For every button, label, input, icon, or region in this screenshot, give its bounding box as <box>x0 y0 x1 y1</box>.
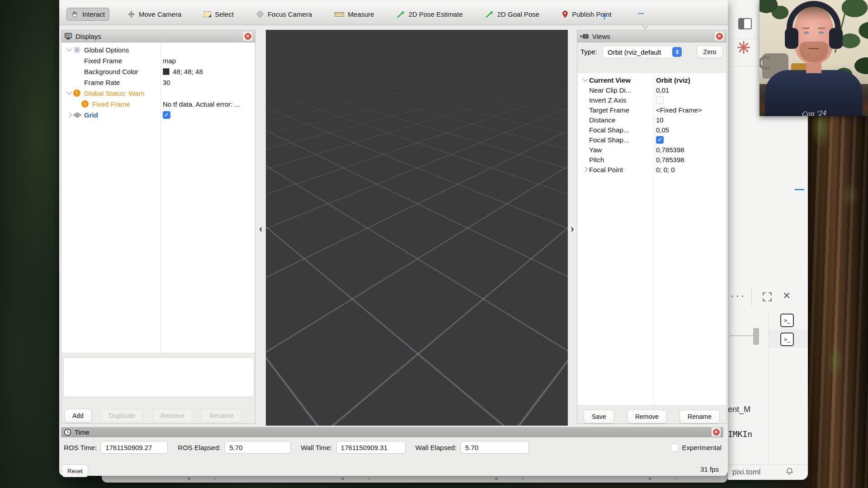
value-text: 0,01 <box>656 86 669 94</box>
time-close-button[interactable]: × <box>712 427 721 436</box>
tree-row-near-clip-di[interactable]: Near Clip Di...0,01 <box>577 85 726 95</box>
expand-right-icon[interactable] <box>581 168 589 171</box>
displays-close-button[interactable]: × <box>243 32 252 41</box>
property-label: Invert Z Axis <box>589 96 627 104</box>
property-value[interactable]: map <box>163 57 254 65</box>
tree-row-fixed-frame[interactable]: !Fixed FrameNo tf data. Actual error: ..… <box>61 99 255 109</box>
property-value[interactable]: 30 <box>163 79 254 86</box>
filename-label[interactable]: pixi.toml <box>732 468 760 477</box>
tool-2d-goal-pose[interactable]: 2D Goal Pose <box>481 8 544 21</box>
add-tool-button[interactable]: + <box>601 7 608 25</box>
slider-track <box>730 335 754 336</box>
tool-label: Move Camera <box>139 10 181 18</box>
displays-panel-header[interactable]: Displays × <box>61 30 255 42</box>
property-label: Fixed Frame <box>92 100 130 108</box>
tree-row-background-color[interactable]: Background Color48; 48; 48 <box>61 66 255 77</box>
scrollbar-thumb[interactable] <box>753 328 759 345</box>
tree-row-grid[interactable]: Grid✓ <box>61 109 255 120</box>
views-panel-header[interactable]: Views × <box>577 30 726 42</box>
expand-down-icon[interactable] <box>65 92 73 94</box>
tree-row-invert-z-axis[interactable]: Invert Z Axis <box>577 95 726 105</box>
expand-right-icon[interactable] <box>65 113 73 117</box>
property-value[interactable]: <Fixed Frame> <box>656 106 726 114</box>
expand-down-icon[interactable] <box>581 79 589 81</box>
tree-row-focal-point[interactable]: Focal Point0; 0; 0 <box>577 164 726 174</box>
property-value[interactable]: 0,785398 <box>656 146 726 154</box>
property-value[interactable]: 0,785398 <box>656 156 726 164</box>
terminal-icon[interactable]: >_ <box>780 314 794 327</box>
asterisk-icon[interactable] <box>737 41 750 56</box>
checkbox-unchecked[interactable] <box>656 96 664 104</box>
rename-button[interactable]: Rename <box>679 410 720 423</box>
fullscreen-icon[interactable] <box>762 292 772 304</box>
ground-grid <box>266 30 568 204</box>
property-value[interactable]: No tf data. Actual error: ... <box>163 100 254 108</box>
tree-row-current-view[interactable]: Current ViewOrbit (rviz) <box>577 75 726 85</box>
property-value[interactable] <box>656 96 726 104</box>
property-value[interactable]: ✓ <box>163 111 254 119</box>
move-icon <box>127 10 135 18</box>
overflow-menu-icon[interactable]: ··· <box>731 289 745 302</box>
bell-icon[interactable] <box>786 467 793 478</box>
close-icon[interactable]: × <box>783 288 790 303</box>
tree-row-fixed-frame[interactable]: Fixed Framemap <box>61 55 255 66</box>
clock-icon <box>64 428 71 436</box>
property-value[interactable]: 0,01 <box>656 86 726 94</box>
expand-down-icon[interactable] <box>65 49 73 51</box>
reset-button[interactable]: Reset <box>62 465 88 477</box>
time-field-input[interactable]: 1761150909.31 <box>336 441 406 454</box>
tree-row-global-status-warn[interactable]: !Global Status: Warn <box>61 88 255 99</box>
collapse-right-panel-chevron[interactable]: › <box>569 222 576 236</box>
tree-row-target-frame[interactable]: Target Frame<Fixed Frame> <box>577 105 726 115</box>
views-close-button[interactable]: × <box>715 32 724 41</box>
sidebar-toggle-icon[interactable] <box>738 18 752 29</box>
remove-tool-button[interactable]: − <box>637 5 645 23</box>
time-panel-header[interactable]: Time × <box>61 427 723 437</box>
property-value[interactable]: 48; 48; 48 <box>163 68 254 75</box>
checkbox-checked[interactable]: ✓ <box>656 136 664 144</box>
render-viewport[interactable] <box>266 30 568 426</box>
gear-icon <box>73 46 81 54</box>
toolbar-expander-chevron-icon[interactable] <box>643 22 647 30</box>
time-field-input[interactable]: 5.70 <box>225 441 291 454</box>
experimental-checkbox-unchecked[interactable] <box>670 444 678 451</box>
tool-measure[interactable]: Measure <box>330 8 378 21</box>
value-text: No tf data. Actual error: ... <box>163 100 240 108</box>
displays-tree: Global OptionsFixed FramemapBackground C… <box>61 42 255 353</box>
remove-button[interactable]: Remove <box>627 410 667 423</box>
tool-select[interactable]: Select <box>199 8 238 21</box>
tool-focus-camera[interactable]: Focus Camera <box>252 8 316 21</box>
tree-row-distance[interactable]: Distance10 <box>577 115 726 125</box>
zero-button[interactable]: Zero <box>697 46 723 58</box>
save-button[interactable]: Save <box>584 410 614 423</box>
time-field-input[interactable]: 1761150909.27 <box>101 441 168 454</box>
property-value[interactable]: 10 <box>656 116 726 124</box>
tree-row-yaw[interactable]: Yaw0,785398 <box>577 145 726 155</box>
collapse-left-panel-chevron[interactable]: ‹ <box>257 222 264 236</box>
property-label: Global Options <box>84 46 129 54</box>
tree-row-focal-shap[interactable]: Focal Shap...0,05 <box>577 125 726 135</box>
property-value[interactable]: Orbit (rviz) <box>656 76 726 84</box>
property-value[interactable]: ✓ <box>656 136 726 144</box>
tree-row-focal-shap[interactable]: Focal Shap...✓ <box>577 135 726 145</box>
checkbox-checked[interactable]: ✓ <box>163 111 170 119</box>
property-label: Yaw <box>589 146 602 154</box>
tool-2d-pose-estimate[interactable]: 2D Pose Estimate <box>392 8 467 21</box>
tool-move-camera[interactable]: Move Camera <box>123 8 186 21</box>
person-mouth <box>808 48 819 49</box>
value-text: Orbit (rviz) <box>656 76 690 84</box>
tree-row-pitch[interactable]: Pitch0,785398 <box>577 155 726 164</box>
add-button[interactable]: Add <box>64 409 92 422</box>
terminal-icon[interactable]: >_ <box>780 333 794 346</box>
tool-interact[interactable]: Interact <box>66 8 109 21</box>
view-type-dropdown[interactable]: Orbit (rviz_default <box>603 46 683 58</box>
property-value[interactable]: 0; 0; 0 <box>656 166 726 174</box>
tree-row-frame-rate[interactable]: Frame Rate30 <box>61 77 255 88</box>
warn-icon-slot: ! <box>81 100 92 108</box>
tree-row-global-options[interactable]: Global Options <box>61 44 255 55</box>
time-field-wall-time: Wall Time:1761150909.31 <box>301 441 405 454</box>
property-value[interactable]: 0,05 <box>656 126 726 134</box>
view-type-value: Orbit (rviz_default <box>608 48 672 56</box>
person-eye <box>804 32 809 34</box>
time-field-input[interactable]: 5.70 <box>461 441 529 454</box>
